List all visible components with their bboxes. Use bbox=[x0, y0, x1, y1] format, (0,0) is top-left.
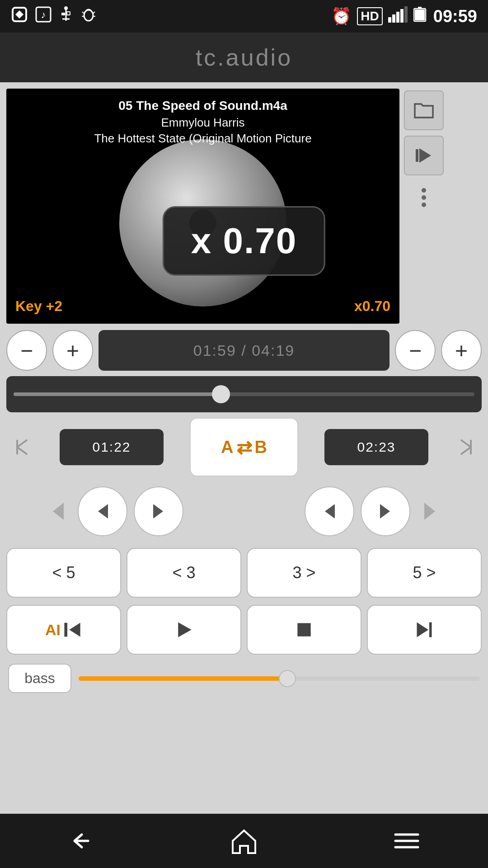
key-plus-button[interactable]: + bbox=[441, 330, 482, 371]
play-button[interactable] bbox=[127, 605, 241, 655]
status-icons-right: ⏰ HD 09:59 bbox=[331, 6, 477, 27]
marker-a-button[interactable]: 01:22 bbox=[60, 429, 164, 465]
stop-button[interactable] bbox=[247, 605, 361, 655]
nav-row bbox=[6, 482, 482, 541]
svg-rect-15 bbox=[396, 12, 399, 23]
playlist-button[interactable] bbox=[404, 136, 444, 175]
svg-rect-16 bbox=[400, 9, 404, 23]
key-badge: Key +2 bbox=[15, 298, 62, 315]
bass-row: bass bbox=[6, 664, 482, 693]
skip-fwd3-button[interactable]: 3 > bbox=[247, 548, 361, 598]
seek-forward2-button[interactable] bbox=[361, 486, 410, 536]
bass-thumb[interactable] bbox=[279, 670, 296, 687]
svg-marker-23 bbox=[53, 503, 64, 520]
controls-section: − + 01:59 / 04:19 − + 01:22 bbox=[0, 324, 488, 693]
svg-rect-22 bbox=[416, 149, 418, 162]
main-content: 05 The Speed of Sound.m4a Emmylou Harris… bbox=[0, 82, 488, 814]
alarm-icon: ⏰ bbox=[331, 7, 352, 26]
status-bar: ♪ ⏰ HD 09:59 bbox=[0, 0, 488, 33]
svg-marker-25 bbox=[153, 504, 163, 519]
svg-marker-24 bbox=[98, 504, 108, 519]
skip-back5-button[interactable]: < 5 bbox=[6, 548, 121, 598]
shapeshifter-icon bbox=[11, 6, 28, 27]
key-minus-button[interactable]: − bbox=[395, 330, 436, 371]
track-info: 05 The Speed of Sound.m4a Emmylou Harris… bbox=[6, 89, 399, 146]
skip-forward-arrow[interactable] bbox=[455, 434, 482, 461]
status-icons-left: ♪ bbox=[11, 6, 97, 27]
svg-line-11 bbox=[93, 12, 95, 14]
ai-back-button[interactable]: AI bbox=[6, 605, 121, 655]
skip-back3-button[interactable]: < 3 bbox=[127, 548, 241, 598]
ab-arrows: ⇄ bbox=[236, 436, 252, 458]
ab-text: A ⇄ B bbox=[221, 436, 267, 458]
progress-thumb[interactable] bbox=[212, 385, 230, 403]
ab-spacer bbox=[190, 482, 298, 541]
usb-icon bbox=[59, 6, 73, 26]
player-section: 05 The Speed of Sound.m4a Emmylou Harris… bbox=[0, 82, 488, 324]
svg-marker-27 bbox=[380, 504, 390, 519]
svg-line-9 bbox=[82, 12, 84, 14]
svg-marker-28 bbox=[424, 503, 435, 520]
svg-rect-19 bbox=[418, 7, 422, 9]
back-nav-button[interactable] bbox=[54, 823, 108, 859]
app-title: tc.audio bbox=[196, 44, 292, 71]
svg-rect-34 bbox=[429, 623, 432, 637]
track-artist: Emmylou Harris bbox=[6, 116, 399, 130]
seek-back-button[interactable] bbox=[78, 486, 127, 536]
skip-back-arrow[interactable] bbox=[6, 434, 33, 461]
svg-rect-14 bbox=[392, 14, 395, 23]
music-icon: ♪ bbox=[35, 6, 52, 26]
svg-rect-7 bbox=[67, 12, 70, 15]
ab-loop-button[interactable]: A ⇄ B bbox=[190, 418, 298, 476]
prev-track-arrow[interactable] bbox=[44, 498, 71, 525]
home-nav-button[interactable] bbox=[217, 823, 271, 859]
ab-b: B bbox=[255, 438, 267, 457]
seek-back2-button[interactable] bbox=[305, 486, 354, 536]
skip-fwd5-button[interactable]: 5 > bbox=[367, 548, 482, 598]
progress-container[interactable] bbox=[6, 376, 482, 412]
progress-bar[interactable] bbox=[14, 392, 474, 396]
speed-overlay-text: x 0.70 bbox=[191, 221, 297, 261]
bass-label: bass bbox=[8, 664, 71, 693]
svg-rect-13 bbox=[388, 17, 391, 23]
next-button[interactable] bbox=[367, 605, 482, 655]
svg-marker-33 bbox=[417, 623, 429, 637]
menu-nav-button[interactable] bbox=[380, 823, 434, 859]
svg-text:♪: ♪ bbox=[41, 9, 46, 20]
more-options-button[interactable] bbox=[404, 184, 444, 212]
svg-point-8 bbox=[84, 10, 93, 21]
svg-rect-32 bbox=[297, 623, 310, 636]
progress-fill bbox=[14, 392, 221, 396]
next-track-arrow[interactable] bbox=[417, 498, 444, 525]
folder-button[interactable] bbox=[404, 90, 444, 130]
svg-rect-29 bbox=[64, 623, 67, 637]
hd-icon: HD bbox=[357, 7, 382, 25]
svg-marker-30 bbox=[69, 623, 80, 637]
ab-row: 01:22 A ⇄ B 02:23 bbox=[6, 418, 482, 476]
bottom-nav bbox=[0, 814, 488, 868]
title-bar: tc.audio bbox=[0, 33, 488, 82]
time-text: 01:59 / 04:19 bbox=[193, 342, 295, 359]
tempo-plus-button[interactable]: + bbox=[52, 330, 93, 371]
bass-slider-container[interactable] bbox=[79, 675, 480, 682]
time-speed-row: − + 01:59 / 04:19 − + bbox=[6, 330, 482, 371]
speed-overlay: x 0.70 bbox=[163, 206, 325, 276]
svg-point-5 bbox=[64, 6, 68, 10]
time-display: 09:59 bbox=[433, 7, 477, 26]
side-buttons bbox=[404, 89, 444, 324]
svg-marker-21 bbox=[419, 148, 431, 163]
track-album: The Hottest State (Original Motion Pictu… bbox=[6, 132, 399, 146]
dot3 bbox=[422, 203, 426, 207]
svg-rect-20 bbox=[415, 9, 425, 20]
svg-rect-17 bbox=[404, 6, 408, 23]
signal-icon bbox=[388, 6, 408, 27]
seek-forward-button[interactable] bbox=[134, 486, 183, 536]
time-display-bar: 01:59 / 04:19 bbox=[99, 330, 389, 371]
tempo-minus-button[interactable]: − bbox=[6, 330, 47, 371]
bug-icon bbox=[80, 6, 97, 26]
svg-rect-6 bbox=[61, 13, 65, 15]
svg-marker-26 bbox=[325, 504, 335, 519]
ab-a: A bbox=[221, 438, 233, 457]
marker-b-button[interactable]: 02:23 bbox=[324, 429, 428, 465]
battery-icon bbox=[413, 6, 428, 27]
